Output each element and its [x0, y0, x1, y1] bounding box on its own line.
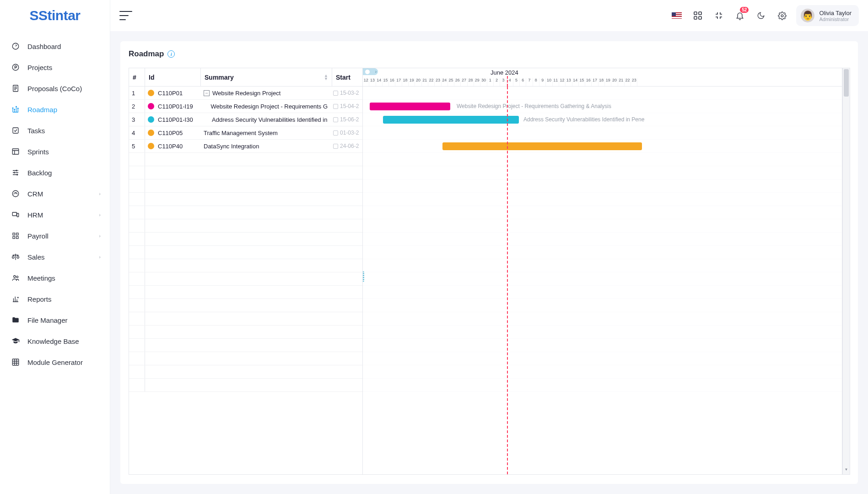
- col-start[interactable]: Start: [332, 68, 362, 86]
- svg-point-4: [14, 109, 15, 110]
- sidebar-item-roadmap[interactable]: Roadmap: [0, 99, 110, 120]
- table-row-empty: [129, 206, 362, 219]
- gantt-bar[interactable]: [442, 142, 642, 150]
- table-row[interactable]: 2C110P01-I19Website Redesign Project - R…: [129, 100, 362, 113]
- notifications-bell-icon[interactable]: 52: [730, 6, 749, 25]
- checkbox[interactable]: [333, 91, 338, 96]
- sidebar-item-file-manager[interactable]: File Manager: [0, 309, 110, 331]
- svg-point-3: [12, 108, 13, 109]
- table-row-empty: [129, 259, 362, 272]
- vertical-scrollbar[interactable]: ▲ ▼: [842, 68, 850, 475]
- menu-toggle-icon[interactable]: [119, 11, 132, 20]
- day-tick: 20: [611, 78, 618, 86]
- table-row-empty: [129, 339, 362, 352]
- tree-collapse-icon[interactable]: −: [204, 90, 210, 96]
- user-menu[interactable]: Olivia Taylor Administrator: [796, 5, 859, 26]
- sidebar: SStintar DashboardProjectsProposals (CoC…: [0, 0, 110, 494]
- day-tick: 29: [474, 78, 480, 86]
- day-tick: 6: [520, 78, 526, 86]
- sidebar-item-payroll[interactable]: Payroll›: [0, 225, 110, 246]
- notification-badge: 52: [740, 7, 749, 13]
- table-row-empty: [129, 312, 362, 326]
- sidebar-item-crm[interactable]: CRM›: [0, 183, 110, 204]
- scroll-down-icon[interactable]: ▼: [843, 467, 850, 474]
- apps-grid-icon[interactable]: [688, 6, 707, 25]
- svg-rect-25: [694, 16, 697, 19]
- day-tick: 14: [376, 78, 383, 86]
- day-tick: 18: [598, 78, 605, 86]
- table-row-empty: [129, 365, 362, 379]
- gantt-row: [363, 126, 842, 140]
- col-summary[interactable]: Summary ▲▼: [201, 68, 332, 86]
- day-tick: 19: [605, 78, 611, 86]
- sidebar-item-backlog[interactable]: Backlog: [0, 162, 110, 183]
- top-header: 52 Olivia Taylor Administrator: [110, 0, 868, 31]
- checkbox[interactable]: [333, 130, 338, 136]
- settings-gear-icon[interactable]: [772, 6, 792, 25]
- page-title: Roadmap: [129, 49, 164, 59]
- sidebar-item-reports[interactable]: Reports: [0, 288, 110, 309]
- sidebar-item-module-generator[interactable]: Module Generator: [0, 352, 110, 373]
- gantt-bar[interactable]: [370, 103, 450, 110]
- svg-point-10: [14, 172, 15, 173]
- sidebar-item-tasks[interactable]: Tasks: [0, 120, 110, 141]
- day-tick: 16: [389, 78, 395, 86]
- col-number[interactable]: #: [129, 68, 145, 86]
- scroll-thumb[interactable]: [844, 69, 849, 97]
- day-tick: 2: [494, 78, 500, 86]
- day-tick: 12: [363, 78, 369, 86]
- split-handle[interactable]: [363, 271, 364, 282]
- svg-point-20: [16, 276, 18, 278]
- day-tick: 30: [480, 78, 487, 86]
- info-icon[interactable]: i: [167, 50, 175, 58]
- table-row-empty: [129, 193, 362, 206]
- checkbox[interactable]: [333, 117, 338, 122]
- col-id[interactable]: Id: [145, 68, 201, 86]
- checkbox[interactable]: [333, 144, 338, 149]
- table-row-empty: [129, 379, 362, 392]
- sort-icon[interactable]: ▲▼: [324, 74, 328, 81]
- table-row[interactable]: 4C110P05Traffic Management System01-03-2: [129, 126, 362, 140]
- gantt-row: [363, 87, 842, 100]
- sidebar-item-knowledge-base[interactable]: Knowledge Base: [0, 331, 110, 352]
- day-tick: 22: [625, 78, 631, 86]
- sidebar-item-sprints[interactable]: Sprints: [0, 141, 110, 162]
- gantt-bar-label: Website Redesign Project - Requirements …: [457, 103, 611, 109]
- folder-icon: [11, 315, 20, 325]
- table-row[interactable]: 3C110P01-I30Address Security Vulnerabili…: [129, 113, 362, 126]
- day-tick: 18: [402, 78, 409, 86]
- status-dot: [148, 103, 154, 109]
- day-tick: 27: [461, 78, 467, 86]
- language-flag[interactable]: [667, 6, 686, 25]
- day-tick: 8: [533, 78, 539, 86]
- gantt-grid: # Id Summary ▲▼ Start 1C110P01−Website R…: [129, 68, 363, 474]
- today-marker: [507, 76, 508, 87]
- chart-icon: [11, 105, 20, 114]
- dark-mode-icon[interactable]: [751, 6, 771, 25]
- table-row-empty: [129, 352, 362, 365]
- gantt-container: # Id Summary ▲▼ Start 1C110P01−Website R…: [129, 68, 842, 475]
- table-row-empty: [129, 166, 362, 179]
- sidebar-item-sales[interactable]: Sales›: [0, 246, 110, 267]
- day-tick: 13: [566, 78, 572, 86]
- gantt-bar[interactable]: [383, 116, 519, 124]
- status-dot: [148, 143, 154, 149]
- fullscreen-exit-icon[interactable]: [709, 6, 728, 25]
- sidebar-item-hrm[interactable]: HRM›: [0, 204, 110, 225]
- timeline-drag-handle[interactable]: ‹›: [363, 68, 378, 75]
- grid-header-row: # Id Summary ▲▼ Start: [129, 68, 362, 87]
- table-row[interactable]: 5C110P40DataSync Integration24-06-2: [129, 140, 362, 153]
- checkbox[interactable]: [333, 104, 338, 109]
- sidebar-item-proposals-coco-[interactable]: Proposals (CoCo): [0, 78, 110, 99]
- day-tick: 24: [442, 78, 448, 86]
- sidebar-item-projects[interactable]: Projects: [0, 57, 110, 78]
- day-tick: 28: [468, 78, 474, 86]
- sidebar-item-dashboard[interactable]: Dashboard: [0, 36, 110, 57]
- gantt-row: Address Security Vulnerabilities Identif…: [363, 113, 842, 126]
- sidebar-item-meetings[interactable]: Meetings: [0, 267, 110, 288]
- svg-point-21: [18, 297, 19, 298]
- logo[interactable]: SStintar: [0, 0, 110, 31]
- p-circle-icon: [11, 63, 20, 72]
- table-row[interactable]: 1C110P01−Website Redesign Project15-03-2: [129, 87, 362, 100]
- scale-icon: [11, 252, 20, 261]
